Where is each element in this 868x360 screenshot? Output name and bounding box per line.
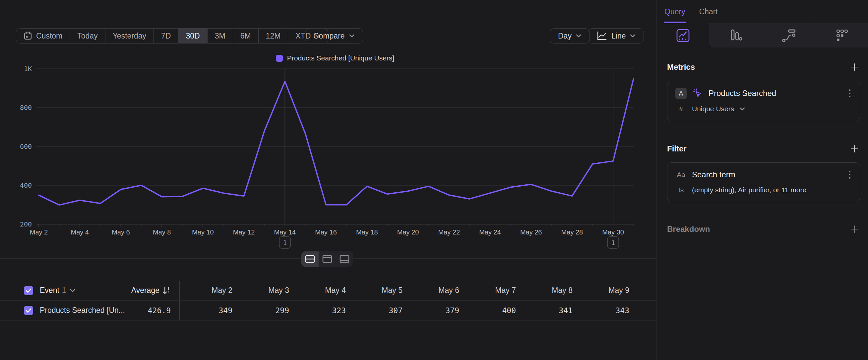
tab-chart[interactable]: Chart bbox=[699, 0, 718, 23]
aggregation-symbol: # bbox=[675, 105, 687, 113]
add-metric-button[interactable] bbox=[849, 61, 860, 73]
range-7d[interactable]: 7D bbox=[154, 29, 178, 43]
range-6m[interactable]: 6M bbox=[233, 29, 258, 43]
range-label: 7D bbox=[161, 32, 171, 40]
range-today[interactable]: Today bbox=[70, 29, 105, 43]
table-header-row: Event 1 Average May 2May 3May 4May 5May … bbox=[0, 281, 656, 301]
compare-button[interactable]: Compare bbox=[305, 28, 363, 44]
chart-type-button[interactable]: Line bbox=[588, 28, 644, 44]
x-tick-label: May 10 bbox=[192, 228, 214, 236]
range-30d[interactable]: 30D bbox=[178, 29, 207, 43]
event-cursor-icon bbox=[692, 88, 703, 99]
table-row[interactable]: Products Searched [Un...426.934929932330… bbox=[0, 301, 656, 321]
filter-card[interactable]: Aa Search term Is (empty string), Air pu… bbox=[667, 162, 860, 202]
report-tab-flows[interactable] bbox=[762, 23, 815, 48]
x-tick-label: May 6 bbox=[112, 228, 130, 236]
chart-legend: Products Searched [Unique Users] bbox=[36, 54, 633, 62]
x-tick-label: May 14 bbox=[274, 228, 296, 236]
x-tick-label: May 20 bbox=[397, 228, 419, 236]
sort-icon[interactable] bbox=[162, 286, 171, 295]
toggle-split-view[interactable] bbox=[301, 251, 318, 267]
row-series-name: Products Searched [Un... bbox=[40, 306, 125, 315]
cell-value: 299 bbox=[237, 306, 293, 315]
y-tick-label: 200 bbox=[20, 220, 32, 228]
metric-menu-button[interactable] bbox=[848, 88, 852, 99]
column-header[interactable]: May 6 bbox=[406, 286, 463, 295]
tab-label: Chart bbox=[699, 7, 718, 16]
range-label: 3M bbox=[215, 32, 225, 40]
range-label: Custom bbox=[36, 32, 62, 40]
x-tick-label: May 26 bbox=[520, 228, 542, 236]
column-header[interactable]: May 8 bbox=[520, 286, 577, 295]
range-custom[interactable]: Custom bbox=[16, 29, 70, 43]
column-header[interactable]: May 5 bbox=[350, 286, 406, 295]
chevron-down-icon[interactable] bbox=[739, 107, 745, 111]
range-12m[interactable]: 12M bbox=[258, 29, 288, 43]
filter-value[interactable]: (empty string), Air purifier, or 11 more bbox=[692, 186, 806, 194]
range-3m[interactable]: 3M bbox=[207, 29, 233, 43]
aggregation-selector[interactable]: Unique Users bbox=[692, 105, 734, 113]
filter-operator[interactable]: Is bbox=[675, 186, 687, 194]
x-tick-label: May 18 bbox=[356, 228, 378, 236]
range-yesterday[interactable]: Yesterday bbox=[105, 29, 154, 43]
metric-name[interactable]: Products Searched bbox=[709, 89, 776, 98]
metric-letter-badge: A bbox=[675, 88, 687, 99]
report-tab-insights-line[interactable] bbox=[656, 23, 709, 48]
x-tick-label: May 24 bbox=[479, 228, 501, 236]
compare-label: Compare bbox=[313, 32, 345, 40]
main-area: 2004006008001K11May 2May 4May 6May 8May … bbox=[0, 0, 656, 360]
series-line[interactable] bbox=[39, 78, 633, 205]
report-tab-funnels-bars[interactable] bbox=[709, 23, 762, 48]
chevron-down-icon bbox=[630, 34, 636, 38]
metrics-heading: Metrics bbox=[667, 62, 695, 72]
x-tick-label: May 4 bbox=[71, 228, 89, 236]
x-tick-label: May 8 bbox=[153, 228, 171, 236]
filter-property-name[interactable]: Search term bbox=[692, 170, 735, 179]
select-all-checkbox[interactable] bbox=[24, 286, 33, 295]
legend-label: Products Searched [Unique Users] bbox=[287, 54, 394, 62]
tab-query[interactable]: Query bbox=[664, 0, 685, 23]
chevron-down-icon bbox=[576, 34, 582, 38]
filter-menu-button[interactable] bbox=[848, 169, 852, 180]
y-tick-label: 400 bbox=[20, 181, 32, 189]
report-tab-retention-dots[interactable] bbox=[815, 23, 868, 48]
view-toggle-group bbox=[301, 251, 353, 267]
date-range-segmented-control: CustomTodayYesterday7D30D3M6M12MXTD bbox=[16, 28, 328, 44]
cell-value: 379 bbox=[406, 306, 463, 315]
add-breakdown-button[interactable] bbox=[849, 223, 860, 235]
column-header[interactable]: May 3 bbox=[237, 286, 293, 295]
report-type-tabs bbox=[656, 23, 868, 48]
x-tick-label: May 30 bbox=[602, 228, 624, 236]
granularity-button[interactable]: Day bbox=[550, 28, 590, 44]
toggle-chart-only[interactable] bbox=[318, 251, 336, 267]
average-column-label[interactable]: Average bbox=[131, 286, 159, 295]
row-checkbox[interactable] bbox=[24, 306, 33, 315]
metric-card[interactable]: A Products Searched # Unique Users bbox=[667, 81, 860, 121]
range-label: Today bbox=[77, 32, 97, 40]
x-tick-label: May 22 bbox=[438, 228, 460, 236]
chevron-down-icon[interactable] bbox=[70, 288, 75, 293]
x-tick-label: May 16 bbox=[315, 228, 337, 236]
y-tick-label: 1K bbox=[24, 65, 32, 73]
column-header[interactable]: May 7 bbox=[463, 286, 520, 295]
query-sidebar: QueryChart Metrics A Products Searched bbox=[656, 0, 868, 360]
annotation-badge-label: 1 bbox=[611, 239, 615, 247]
x-tick-label: May 12 bbox=[233, 228, 255, 236]
sidebar-tab-bar: QueryChart bbox=[656, 0, 868, 23]
row-average-value: 426.9 bbox=[148, 306, 179, 315]
column-header[interactable]: May 2 bbox=[180, 286, 237, 295]
chart-type-label: Line bbox=[611, 32, 626, 40]
tab-label: Query bbox=[664, 7, 685, 16]
y-tick-label: 600 bbox=[20, 142, 32, 150]
event-column-label[interactable]: Event bbox=[40, 286, 59, 295]
cell-value: 323 bbox=[293, 306, 350, 315]
granularity-label: Day bbox=[558, 32, 571, 40]
breakdown-heading: Breakdown bbox=[667, 224, 710, 234]
range-label: 6M bbox=[240, 32, 251, 40]
column-header[interactable]: May 9 bbox=[577, 286, 633, 295]
results-table: Event 1 Average May 2May 3May 4May 5May … bbox=[0, 281, 656, 321]
column-header[interactable]: May 4 bbox=[293, 286, 350, 295]
x-tick-label: May 28 bbox=[561, 228, 583, 236]
add-filter-button[interactable] bbox=[849, 143, 860, 155]
toggle-table-only[interactable] bbox=[336, 251, 353, 267]
